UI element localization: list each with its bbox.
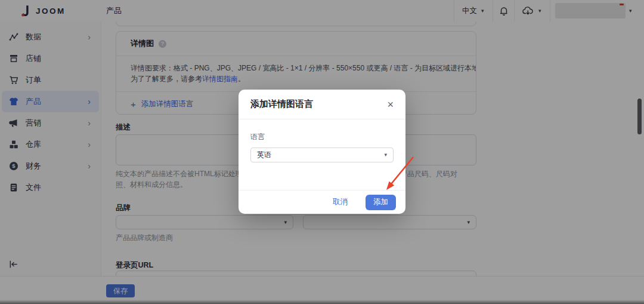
chevron-down-icon: ▾	[384, 152, 387, 158]
add-language-modal: 添加详情图语言 × 语言 英语 ▾ 取消 添加	[239, 90, 405, 214]
language-select-value: 英语	[257, 150, 271, 160]
close-icon[interactable]: ×	[387, 99, 394, 110]
language-select[interactable]: 英语 ▾	[250, 148, 394, 162]
language-field-label: 语言	[250, 132, 394, 142]
add-button[interactable]: 添加	[366, 195, 396, 210]
cancel-button[interactable]: 取消	[329, 196, 351, 208]
modal-title: 添加详情图语言	[250, 99, 313, 110]
